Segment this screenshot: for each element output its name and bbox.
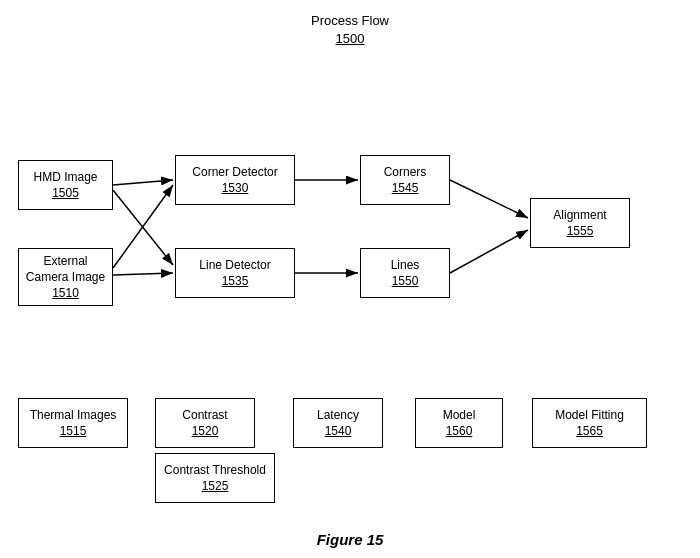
- title-line1: Process Flow: [0, 12, 700, 30]
- svg-line-4: [113, 273, 173, 275]
- box-latency: Latency 1540: [293, 398, 383, 448]
- figure-caption: Figure 15: [0, 531, 700, 548]
- svg-line-7: [450, 180, 528, 218]
- box-external: ExternalCamera Image 1510: [18, 248, 113, 306]
- box-contrast-threshold: Contrast Threshold 1525: [155, 453, 275, 503]
- line-detector-label: Line Detector: [199, 258, 270, 274]
- title: Process Flow 1500: [0, 12, 700, 48]
- line-detector-num: 1535: [222, 274, 249, 288]
- contrast-num: 1520: [192, 424, 219, 438]
- corner-detector-num: 1530: [222, 181, 249, 195]
- lines-label: Lines: [391, 258, 420, 274]
- box-model: Model 1560: [415, 398, 503, 448]
- svg-line-3: [113, 185, 173, 268]
- latency-label: Latency: [317, 408, 359, 424]
- model-label: Model: [443, 408, 476, 424]
- svg-line-2: [113, 190, 173, 265]
- box-corners: Corners 1545: [360, 155, 450, 205]
- box-line-detector: Line Detector 1535: [175, 248, 295, 298]
- model-fitting-num: 1565: [576, 424, 603, 438]
- svg-line-1: [113, 180, 173, 185]
- box-contrast: Contrast 1520: [155, 398, 255, 448]
- external-num: 1510: [52, 286, 79, 300]
- box-thermal: Thermal Images 1515: [18, 398, 128, 448]
- model-num: 1560: [446, 424, 473, 438]
- svg-line-8: [450, 230, 528, 273]
- hmd-num: 1505: [52, 186, 79, 200]
- box-corner-detector: Corner Detector 1530: [175, 155, 295, 205]
- contrast-label: Contrast: [182, 408, 227, 424]
- hmd-label: HMD Image: [33, 170, 97, 186]
- corners-num: 1545: [392, 181, 419, 195]
- model-fitting-label: Model Fitting: [555, 408, 624, 424]
- alignment-num: 1555: [567, 224, 594, 238]
- latency-num: 1540: [325, 424, 352, 438]
- thermal-num: 1515: [60, 424, 87, 438]
- corner-detector-label: Corner Detector: [192, 165, 277, 181]
- box-model-fitting: Model Fitting 1565: [532, 398, 647, 448]
- box-alignment: Alignment 1555: [530, 198, 630, 248]
- box-hmd: HMD Image 1505: [18, 160, 113, 210]
- diagram-container: Process Flow 1500 HMD Image 1505 Ex: [0, 0, 700, 558]
- corners-label: Corners: [384, 165, 427, 181]
- alignment-label: Alignment: [553, 208, 606, 224]
- contrast-threshold-num: 1525: [202, 479, 229, 493]
- lines-num: 1550: [392, 274, 419, 288]
- title-line2: 1500: [0, 30, 700, 48]
- contrast-threshold-label: Contrast Threshold: [164, 463, 266, 479]
- box-lines: Lines 1550: [360, 248, 450, 298]
- external-label: ExternalCamera Image: [26, 254, 105, 285]
- thermal-label: Thermal Images: [30, 408, 117, 424]
